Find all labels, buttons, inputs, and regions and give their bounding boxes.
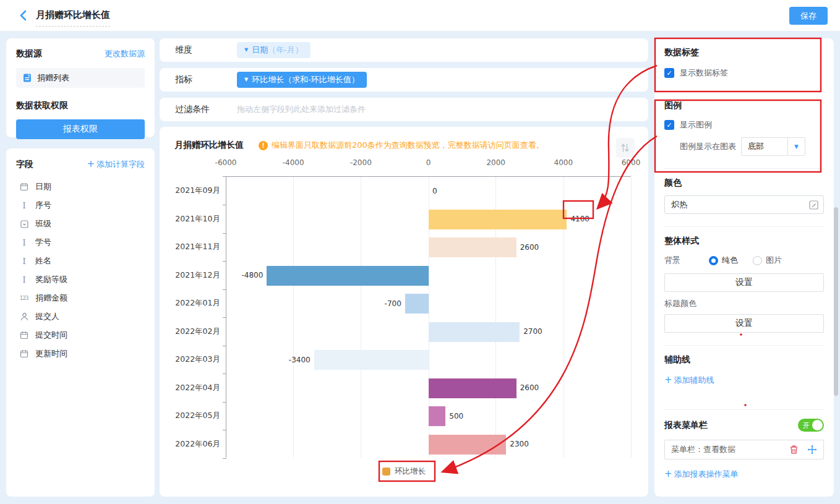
add-calc-field-link[interactable]: +添加计算字段 [87,158,145,170]
field-item[interactable]: 提交时间 [16,326,145,344]
bar-row: 2022年06月2300 [226,430,631,459]
chevron-down-icon: ▼ [787,138,805,155]
bar-row: 2022年03月-3400 [226,346,631,374]
warning-text: 编辑界面只取数据源前200条作为查询数据预览，完整数据请访问页面查看。 [272,140,544,151]
calendar-icon [19,182,30,191]
chart-bar[interactable] [267,266,429,286]
radio-solid-color[interactable]: 纯色 [709,255,738,266]
dimension-pill[interactable]: ▼ 日期（年-月） [237,42,311,58]
warning-icon: ! [259,141,268,150]
chart-bar[interactable] [429,210,567,229]
plus-icon: + [87,158,95,169]
chart-bar[interactable] [429,378,516,398]
trash-icon[interactable] [789,445,799,455]
y-category-label: 2022年06月 [160,430,220,459]
legend-swatch [382,468,390,476]
edit-icon[interactable] [809,200,818,210]
metric-label: 指标 [175,74,237,85]
menu-toggle-on[interactable]: 开 [798,419,824,432]
y-category-label: 2021年12月 [160,262,220,290]
radio-image[interactable]: 图片 [753,255,782,266]
field-item[interactable]: 日期 [16,177,145,196]
bar-row: 2022年01月-700 [226,289,631,318]
chart-bar[interactable] [405,294,429,314]
data-label: 0 [432,177,437,205]
legend-section-title: 图例 [664,100,824,111]
show-data-label-text: 显示数据标签 [680,67,728,79]
add-report-menu-link[interactable]: +添加报表操作菜单 [664,468,739,480]
save-button[interactable]: 保存 [789,7,828,25]
datasource-name: 捐赠列表 [37,72,69,83]
chart-legend[interactable]: 环比增长 [160,466,648,477]
chart-bar[interactable] [429,406,445,426]
chart-bar[interactable] [429,237,516,257]
chart-bar[interactable] [314,350,429,370]
field-item[interactable]: I 学号 [16,233,145,252]
document-icon [22,73,32,83]
divider [664,226,824,227]
show-data-label-checkbox[interactable]: ✓ [664,68,674,78]
back-icon[interactable] [16,8,31,23]
add-guideline-link[interactable]: +添加辅助线 [664,374,714,386]
bar-row: 2021年09月0 [226,177,631,205]
field-item[interactable]: 班级 [16,215,145,233]
report-permission-button[interactable]: 报表权限 [16,119,145,139]
chevron-down-icon: ▼ [244,48,248,53]
radio-unselected-icon [753,256,762,265]
show-legend-text: 显示图例 [680,119,712,130]
field-item[interactable]: 123 捐赠金额 [16,289,145,307]
filter-row[interactable]: 过滤条件 拖动左侧字段到此处来添加过滤条件 [160,98,648,121]
settings-panel: 数据标签 ✓ 显示数据标签 图例 ✓ 显示图例 图例显示在图表 底部 ▼ 颜色 … [654,38,834,497]
y-category-label: 2021年11月 [160,233,220,262]
data-label: 4100 [570,205,589,234]
menu-item-row[interactable]: 菜单栏：查看数据 [664,440,824,459]
chart-bar[interactable] [429,435,506,455]
color-theme-input[interactable]: 炽热 [664,195,824,214]
title-color-label: 标题颜色 [664,298,824,309]
bar-row: 2022年02月2700 [226,318,631,346]
divider [664,91,824,92]
field-item[interactable]: I 姓名 [16,252,145,270]
scrollbar-thumb[interactable] [834,207,838,396]
metric-pill[interactable]: ▼ 环比增长（求和-环比增长值） [237,72,367,88]
number-icon: 123 [19,296,30,301]
dimension-row: 维度 ▼ 日期（年-月） [160,38,648,62]
move-icon[interactable] [807,445,817,455]
calendar-icon [19,331,30,340]
datasource-title: 数据源 [16,48,42,59]
color-theme-value: 炽热 [671,199,809,210]
page-title: 月捐赠环比增长值 [36,9,110,27]
field-item[interactable]: I 奖励等级 [16,270,145,289]
change-datasource-link[interactable]: 更改数据源 [105,48,145,59]
divider [664,345,824,346]
y-category-label: 2021年10月 [160,205,220,234]
field-item[interactable]: I 序号 [16,196,145,215]
background-settings-button[interactable]: 设置 [664,273,824,292]
plus-icon: + [664,468,672,479]
text-icon: I [19,238,30,247]
filter-dropzone-placeholder: 拖动左侧字段到此处来添加过滤条件 [237,104,366,115]
metric-row: 指标 ▼ 环比增长（求和-环比增长值） [160,68,648,92]
x-tick-label: -4000 [283,158,304,167]
bar-row: 2022年04月2600 [226,374,631,403]
legend-position-label: 图例显示在图表 [680,141,736,152]
topbar: 月捐赠环比增长值 保存 [0,0,840,32]
divider [664,168,824,169]
legend-position-select[interactable]: 底部 ▼ [741,137,805,156]
guideline-section-title: 辅助线 [664,354,824,365]
style-section-title: 整体样式 [664,236,824,247]
field-item[interactable]: 更新时间 [16,344,145,363]
field-item[interactable]: 提交人 [16,307,145,326]
datasource-item[interactable]: 捐赠列表 [16,68,145,88]
bar-row: 2022年05月500 [226,402,631,430]
y-category-label: 2022年01月 [160,289,220,318]
title-color-settings-button[interactable]: 设置 [664,314,824,333]
chart-bar[interactable] [429,322,520,342]
text-icon: I [19,201,30,210]
dimension-label: 维度 [175,45,237,56]
show-legend-checkbox[interactable]: ✓ [664,120,674,130]
sort-icon[interactable] [616,138,635,158]
chart-card: 月捐赠环比增长值 ! 编辑界面只取数据源前200条作为查询数据预览，完整数据请访… [160,127,648,497]
bar-row: 2021年11月2600 [226,233,631,262]
data-label: -3400 [289,346,311,374]
